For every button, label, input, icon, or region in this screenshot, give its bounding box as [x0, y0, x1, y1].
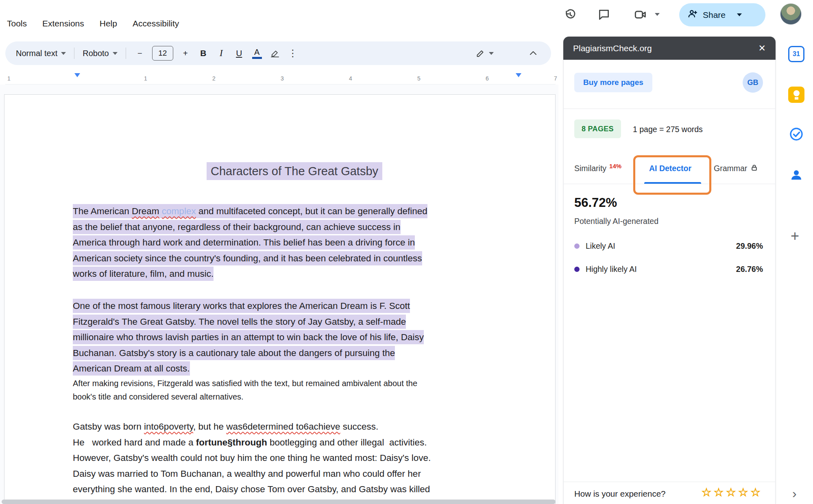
buy-more-pages-button[interactable]: Buy more pages [574, 73, 652, 92]
share-dropdown-icon[interactable] [737, 13, 742, 16]
highly-likely-ai-row: Highly likely AI 26.76% [574, 265, 763, 274]
font-size-input[interactable]: 12 [152, 46, 173, 61]
left-indent-marker[interactable] [74, 73, 80, 77]
italic-icon: I [220, 48, 223, 59]
comments-icon[interactable] [597, 7, 611, 22]
bold-word: fortune§through [196, 437, 267, 448]
ruler-mark: 3 [281, 75, 284, 82]
horizontal-scrollbar[interactable] [2, 500, 556, 504]
likely-ai-label: Likely AI [586, 241, 730, 251]
ruler-mark: 7 [554, 75, 557, 82]
text-line: as the belief that anyone, regardless of… [73, 220, 401, 234]
share-button[interactable]: Share [679, 3, 765, 26]
text-line: Fitzgerald's The Great Gatsby. The novel… [73, 315, 406, 329]
menu-item-extensions[interactable]: Extensions [42, 19, 84, 28]
text-line: millionaire who throws lavish parties in… [73, 330, 424, 344]
more-vertical-icon: ⋮ [288, 48, 298, 59]
font-dropdown[interactable]: Roboto [80, 45, 120, 61]
suggested-word[interactable]: complex [162, 206, 196, 216]
ai-score-caption: Potentially AI-generated [574, 217, 658, 226]
ruler-mark: 6 [486, 75, 489, 82]
text-line: Daisy was married to Tom Buchanan, a wea… [73, 466, 524, 482]
text-segment: , but he [193, 421, 226, 432]
paragraph-revisions: After making revisions, Fitzgerald was s… [73, 377, 524, 404]
chevron-down-icon [113, 52, 118, 55]
misspelled-word[interactable]: was6determined to6achieve [226, 421, 340, 432]
panel-header: PlagiarismCheck.org ✕ [563, 37, 776, 60]
tasks-icon[interactable] [788, 126, 804, 142]
star-icon[interactable]: ☆ [701, 486, 711, 499]
menu-item-help[interactable]: Help [100, 19, 117, 28]
highlight-color-button[interactable] [267, 45, 283, 61]
document-area: Characters of The Great Gatsby The Ameri… [0, 85, 558, 504]
toolbar-divider [126, 48, 126, 59]
toolbar-divider [74, 48, 74, 59]
highlighter-icon [270, 49, 279, 57]
video-call-icon[interactable] [633, 7, 648, 22]
close-icon[interactable]: ✕ [759, 43, 766, 54]
text-line: After making revisions, Fitzgerald was s… [73, 377, 524, 390]
decrease-font-size-button[interactable]: − [132, 45, 148, 61]
rating-stars: ☆ ☆ ☆ ☆ ☆ [701, 486, 761, 499]
google-docs-window: Tools Extensions Help Accessibility Shar… [0, 0, 813, 504]
paragraph-great-gatsby: One of the most famous literary works th… [73, 298, 524, 377]
account-initials-badge[interactable]: GB [743, 72, 763, 93]
bulb-base-shape [795, 97, 798, 100]
account-avatar[interactable] [780, 3, 802, 25]
hide-menus-button[interactable] [525, 45, 541, 61]
document-page[interactable]: Characters of The Great Gatsby The Ameri… [4, 94, 556, 504]
highly-likely-ai-dot [574, 267, 580, 272]
right-indent-marker[interactable] [516, 73, 521, 77]
star-icon[interactable]: ☆ [738, 486, 748, 499]
ai-score: 56.72% [574, 196, 617, 210]
panel-title: PlagiarismCheck.org [573, 43, 652, 53]
calendar-icon[interactable]: 31 [788, 46, 804, 62]
tab-grammar-label: Grammar [714, 164, 747, 173]
ruler-mark: 5 [417, 75, 421, 82]
tab-grammar[interactable]: Grammar [714, 164, 758, 173]
increase-font-size-button[interactable]: + [177, 45, 194, 61]
star-icon[interactable]: ☆ [714, 486, 724, 499]
version-history-icon[interactable] [563, 7, 578, 22]
highlighted-title-text: Characters of The Great Gatsby [207, 162, 382, 180]
font-label: Roboto [83, 49, 109, 58]
add-addon-icon[interactable]: + [791, 228, 799, 245]
video-call-dropdown-icon[interactable] [655, 13, 660, 16]
ruler-mark: 1 [144, 75, 147, 82]
share-person-icon [687, 9, 698, 21]
bulb-shape [793, 90, 800, 96]
plagiarismcheck-panel: PlagiarismCheck.org ✕ Buy more pages GB … [563, 37, 776, 504]
text-segment: The American [73, 206, 132, 216]
keep-icon[interactable] [788, 87, 804, 103]
panel-divider [564, 109, 775, 109]
menu-item-tools[interactable]: Tools [7, 19, 27, 28]
chevron-up-icon [529, 50, 538, 56]
editing-mode-dropdown[interactable] [473, 45, 496, 61]
tab-similarity[interactable]: Similarity 14% [574, 164, 621, 173]
lock-icon [751, 164, 758, 173]
share-button-label: Share [703, 10, 726, 20]
ruler-mark: 2 [212, 75, 216, 82]
text-color-button[interactable]: A [249, 45, 265, 61]
underline-button[interactable]: U [231, 45, 247, 61]
misspelled-word[interactable]: into6poverty [144, 421, 193, 432]
minus-icon: − [137, 49, 142, 58]
pages-note: 1 page = 275 words [633, 125, 703, 134]
text-segment: bootlegging and other illegal activities… [267, 437, 427, 448]
star-icon[interactable]: ☆ [726, 486, 736, 499]
text-line: One of the most famous literary works th… [73, 299, 410, 313]
menu-item-accessibility[interactable]: Accessibility [133, 19, 179, 28]
contacts-icon[interactable] [788, 167, 804, 183]
pen-icon [475, 48, 485, 58]
bold-button[interactable]: B [195, 45, 211, 61]
paragraph-style-dropdown[interactable]: Normal text [13, 45, 68, 61]
star-icon[interactable]: ☆ [750, 486, 761, 499]
collapse-panel-icon[interactable]: › [792, 486, 797, 501]
text-line: everything she wanted. In the end, Daisy… [73, 482, 524, 497]
tab-ai-detector[interactable]: AI Detector [649, 164, 691, 173]
italic-button[interactable]: I [213, 45, 229, 61]
text-line: American society since the country's fou… [73, 251, 422, 265]
text-segment: He worked hard and made a [73, 437, 196, 448]
suggestion-word[interactable]: Dream [132, 206, 159, 216]
more-formatting-button[interactable]: ⋮ [285, 45, 301, 61]
